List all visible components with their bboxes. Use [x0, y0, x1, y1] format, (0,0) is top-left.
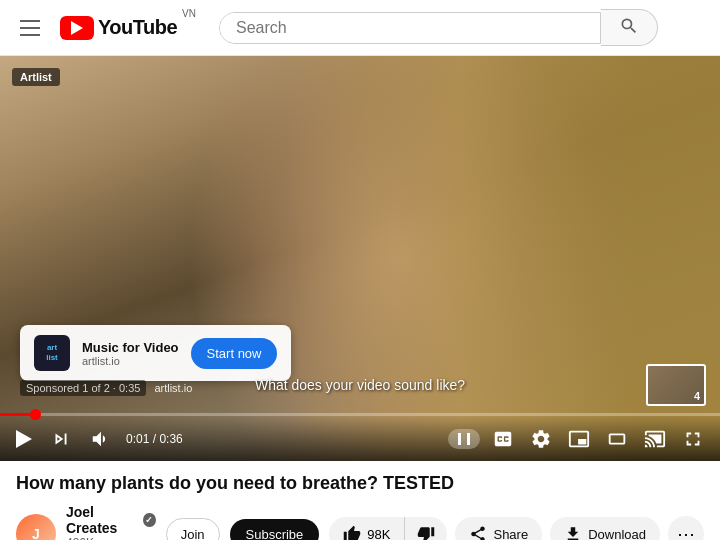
share-icon: [469, 525, 487, 540]
thumbnail-preview: 4: [646, 364, 706, 406]
video-controls: 0:01 / 0:36: [0, 416, 720, 461]
skip-button[interactable]: [46, 424, 76, 454]
ad-overlay: artlist Music for Video artlist.io Start…: [20, 325, 291, 381]
channel-row: J Joel Creates ✓ 486K subscribers Join S…: [16, 504, 704, 540]
ad-text: Music for Video artlist.io: [82, 340, 179, 367]
skip-icon: [50, 428, 72, 450]
dislike-icon: [417, 525, 435, 540]
fullscreen-button[interactable]: [678, 424, 708, 454]
cast-button[interactable]: [640, 424, 670, 454]
pause-pill[interactable]: [448, 429, 480, 449]
download-button[interactable]: Download: [550, 517, 660, 540]
logo-text: YouTube: [98, 16, 177, 39]
channel-subscribers: 486K subscribers: [66, 536, 156, 540]
menu-button[interactable]: [16, 16, 44, 40]
search-icon: [619, 16, 639, 36]
ad-sponsored-text: Sponsored 1 of 2 · 0:35: [20, 380, 146, 396]
video-player[interactable]: Artlist artlist Music for Video artlist.…: [0, 56, 720, 461]
dislike-button[interactable]: [405, 517, 447, 540]
logo[interactable]: YouTube VN: [60, 16, 196, 40]
like-dislike-group: 98K: [329, 517, 447, 540]
channel-avatar: J: [16, 514, 56, 540]
miniplayer-button[interactable]: [564, 424, 594, 454]
download-icon: [564, 525, 582, 540]
artlist-badge: Artlist: [12, 68, 60, 86]
subscribe-button[interactable]: Subscribe: [230, 519, 320, 541]
header-left: YouTube VN: [16, 16, 196, 40]
channel-name: Joel Creates ✓: [66, 504, 156, 536]
video-subtitle: What does your video sound like?: [255, 377, 465, 393]
ad-cta-button[interactable]: Start now: [191, 338, 278, 369]
theater-icon: [606, 428, 628, 450]
ad-logo: artlist: [34, 335, 70, 371]
volume-button[interactable]: [86, 424, 116, 454]
play-icon: [16, 430, 32, 448]
time-display: 0:01 / 0:36: [126, 432, 183, 446]
ad-title: Music for Video: [82, 340, 179, 355]
search-input-wrap: [219, 12, 601, 44]
video-info: How many plants do you need to breathe? …: [0, 461, 720, 540]
thumb-number: 4: [694, 390, 700, 402]
share-button[interactable]: Share: [455, 517, 542, 540]
ad-subtitle: artlist.io: [82, 355, 179, 367]
theater-button[interactable]: [602, 424, 632, 454]
pause-icon: [458, 433, 470, 445]
video-title: How many plants do you need to breathe? …: [16, 473, 704, 494]
fullscreen-icon: [682, 428, 704, 450]
ad-logo-text: artlist: [46, 343, 58, 362]
play-button[interactable]: [12, 426, 36, 452]
cc-button[interactable]: [488, 424, 518, 454]
channel-info: Joel Creates ✓ 486K subscribers: [66, 504, 156, 540]
like-button[interactable]: 98K: [329, 517, 405, 540]
search-bar: [219, 9, 658, 46]
ad-bar: Sponsored 1 of 2 · 0:35 artlist.io: [20, 380, 192, 396]
right-controls: [448, 424, 708, 454]
settings-icon: [530, 428, 552, 450]
join-button[interactable]: Join: [166, 518, 220, 541]
more-options-button[interactable]: ⋯: [668, 516, 704, 540]
search-button[interactable]: [601, 9, 658, 46]
volume-icon: [90, 428, 112, 450]
search-input[interactable]: [220, 13, 600, 43]
cc-icon: [492, 428, 514, 450]
cast-icon: [644, 428, 666, 450]
like-icon: [343, 525, 361, 540]
youtube-logo-icon: [60, 16, 94, 40]
action-row: 98K Share Download: [329, 516, 704, 540]
verified-icon: ✓: [143, 513, 155, 527]
logo-vn: VN: [182, 8, 196, 19]
settings-button[interactable]: [526, 424, 556, 454]
ad-link-text[interactable]: artlist.io: [154, 382, 192, 394]
more-dots-icon: ⋯: [677, 523, 695, 540]
header: YouTube VN: [0, 0, 720, 56]
miniplayer-icon: [568, 428, 590, 450]
